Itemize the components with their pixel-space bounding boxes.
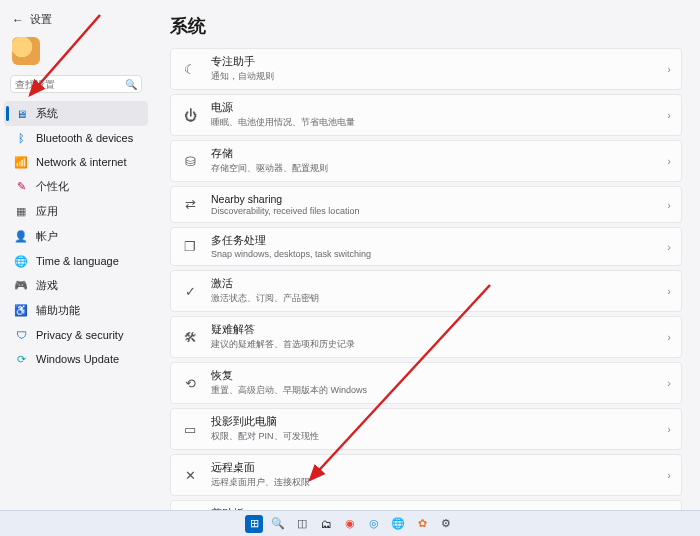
chevron-right-icon: › — [667, 377, 671, 389]
settings-card-1[interactable]: ⏻电源睡眠、电池使用情况、节省电池电量› — [170, 94, 682, 136]
card-title: 恢复 — [211, 369, 655, 383]
sidebar-item-label: 个性化 — [36, 179, 69, 194]
sidebar-item-10[interactable]: ⟳Windows Update — [4, 347, 148, 371]
explorer-icon[interactable]: 🗂 — [317, 515, 335, 533]
card-title: 激活 — [211, 277, 655, 291]
app-icon[interactable]: ✿ — [413, 515, 431, 533]
shield-icon: 🛡 — [14, 328, 28, 342]
chevron-right-icon: › — [667, 109, 671, 121]
chevron-right-icon: › — [667, 469, 671, 481]
focus-icon: ☾ — [181, 62, 199, 77]
taskview-icon[interactable]: ◫ — [293, 515, 311, 533]
card-title: 存储 — [211, 147, 655, 161]
display-icon: 🖥 — [14, 107, 28, 121]
card-title: 远程桌面 — [211, 461, 655, 475]
recovery-icon: ⟲ — [181, 376, 199, 391]
sidebar-item-label: Time & language — [36, 255, 119, 267]
card-subtitle: 激活状态、订阅、产品密钥 — [211, 292, 655, 305]
settings-card-4[interactable]: ❐多任务处理Snap windows, desktops, task switc… — [170, 227, 682, 266]
sidebar-item-7[interactable]: 🎮游戏 — [4, 273, 148, 298]
card-title: 疑难解答 — [211, 323, 655, 337]
settings-card-10[interactable]: 📋剪贴板Cut and copy history, sync, clear› — [170, 500, 682, 510]
sidebar-item-2[interactable]: 📶Network & internet — [4, 150, 148, 174]
remote-icon: ✕ — [181, 468, 199, 483]
project-icon: ▭ — [181, 422, 199, 437]
search-icon[interactable]: 🔍 — [269, 515, 287, 533]
share-icon: ⇄ — [181, 197, 199, 212]
card-subtitle: 通知，自动规则 — [211, 70, 655, 83]
activation-icon: ✓ — [181, 284, 199, 299]
search-input[interactable]: 🔍 — [10, 75, 142, 93]
card-title: 多任务处理 — [211, 234, 655, 248]
search-field[interactable] — [15, 79, 125, 90]
bluetooth-icon: ᛒ — [14, 131, 28, 145]
card-subtitle: 远程桌面用户、连接权限 — [211, 476, 655, 489]
browser-icon[interactable]: 🌐 — [389, 515, 407, 533]
edge-icon[interactable]: ◎ — [365, 515, 383, 533]
card-title: 专注助手 — [211, 55, 655, 69]
update-icon: ⟳ — [14, 352, 28, 366]
sidebar-item-label: Privacy & security — [36, 329, 123, 341]
sidebar-item-label: Network & internet — [36, 156, 126, 168]
sidebar: ← 设置 🔍 🖥系统ᛒBluetooth & devices📶Network &… — [0, 0, 152, 510]
brush-icon: ✎ — [14, 180, 28, 194]
settings-card-0[interactable]: ☾专注助手通知，自动规则› — [170, 48, 682, 90]
sidebar-item-label: 系统 — [36, 106, 58, 121]
avatar[interactable] — [12, 37, 40, 65]
sidebar-item-label: 帐户 — [36, 229, 58, 244]
sidebar-item-label: 应用 — [36, 204, 58, 219]
sidebar-item-label: Bluetooth & devices — [36, 132, 133, 144]
card-subtitle: 建议的疑难解答、首选项和历史记录 — [211, 338, 655, 351]
apps-icon: ▦ — [14, 205, 28, 219]
troubleshoot-icon: 🛠 — [181, 330, 199, 345]
taskbar: ⊞🔍◫🗂◉◎🌐✿⚙ — [0, 510, 700, 536]
sidebar-item-9[interactable]: 🛡Privacy & security — [4, 323, 148, 347]
sidebar-item-4[interactable]: ▦应用 — [4, 199, 148, 224]
start-icon[interactable]: ⊞ — [245, 515, 263, 533]
sidebar-item-label: 游戏 — [36, 278, 58, 293]
settings-card-8[interactable]: ▭投影到此电脑权限、配对 PIN、可发现性› — [170, 408, 682, 450]
chevron-right-icon: › — [667, 423, 671, 435]
account-icon: 👤 — [14, 230, 28, 244]
settings-card-6[interactable]: 🛠疑难解答建议的疑难解答、首选项和历史记录› — [170, 316, 682, 358]
search-icon: 🔍 — [125, 79, 137, 90]
card-subtitle: 睡眠、电池使用情况、节省电池电量 — [211, 116, 655, 129]
chevron-right-icon: › — [667, 331, 671, 343]
back-button[interactable]: ← 设置 — [4, 8, 148, 31]
time-icon: 🌐 — [14, 254, 28, 268]
card-subtitle: Discoverability, received files location — [211, 206, 655, 216]
card-subtitle: Snap windows, desktops, task switching — [211, 249, 655, 259]
gaming-icon: 🎮 — [14, 279, 28, 293]
sidebar-item-label: Windows Update — [36, 353, 119, 365]
settings-icon[interactable]: ⚙ — [437, 515, 455, 533]
settings-card-5[interactable]: ✓激活激活状态、订阅、产品密钥› — [170, 270, 682, 312]
settings-card-7[interactable]: ⟲恢复重置、高级启动、早期版本的 Windows› — [170, 362, 682, 404]
sidebar-item-1[interactable]: ᛒBluetooth & devices — [4, 126, 148, 150]
nav-list: 🖥系统ᛒBluetooth & devices📶Network & intern… — [4, 101, 148, 371]
settings-card-9[interactable]: ✕远程桌面远程桌面用户、连接权限› — [170, 454, 682, 496]
settings-label: 设置 — [30, 12, 52, 27]
sidebar-item-label: 辅助功能 — [36, 303, 80, 318]
sidebar-item-0[interactable]: 🖥系统 — [4, 101, 148, 126]
card-title: 投影到此电脑 — [211, 415, 655, 429]
chevron-right-icon: › — [667, 63, 671, 75]
chevron-right-icon: › — [667, 241, 671, 253]
chevron-right-icon: › — [667, 285, 671, 297]
main-content: 系统 ☾专注助手通知，自动规则›⏻电源睡眠、电池使用情况、节省电池电量›⛁存储存… — [152, 0, 700, 510]
storage-icon: ⛁ — [181, 154, 199, 169]
chevron-right-icon: › — [667, 155, 671, 167]
sidebar-item-8[interactable]: ♿辅助功能 — [4, 298, 148, 323]
card-subtitle: 重置、高级启动、早期版本的 Windows — [211, 384, 655, 397]
back-arrow-icon: ← — [12, 13, 24, 27]
sidebar-item-5[interactable]: 👤帐户 — [4, 224, 148, 249]
sidebar-item-3[interactable]: ✎个性化 — [4, 174, 148, 199]
chrome-icon[interactable]: ◉ — [341, 515, 359, 533]
card-subtitle: 存储空间、驱动器、配置规则 — [211, 162, 655, 175]
card-subtitle: 权限、配对 PIN、可发现性 — [211, 430, 655, 443]
power-icon: ⏻ — [181, 108, 199, 123]
sidebar-item-6[interactable]: 🌐Time & language — [4, 249, 148, 273]
settings-card-3[interactable]: ⇄Nearby sharingDiscoverability, received… — [170, 186, 682, 223]
page-title: 系统 — [170, 14, 682, 38]
settings-card-2[interactable]: ⛁存储存储空间、驱动器、配置规则› — [170, 140, 682, 182]
settings-card-list: ☾专注助手通知，自动规则›⏻电源睡眠、电池使用情况、节省电池电量›⛁存储存储空间… — [170, 48, 682, 510]
